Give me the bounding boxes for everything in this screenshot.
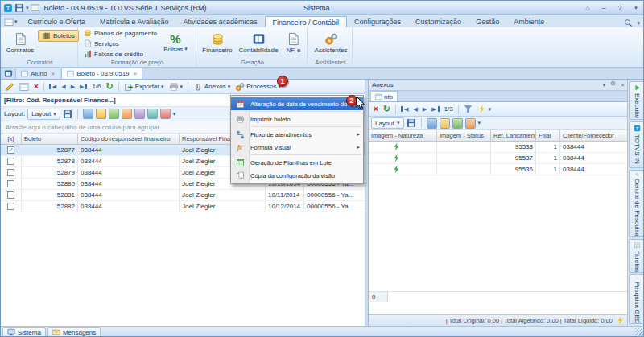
menu-item-geracao-planilhas[interactable]: Geração de Planilhas em Lote bbox=[231, 156, 363, 169]
app-menu-button[interactable]: ▾ bbox=[1, 17, 21, 27]
column-header-imagem-natureza[interactable]: Imagem - Natureza bbox=[369, 130, 437, 141]
ribbon-tab-matricula[interactable]: Matrícula e Avaliação bbox=[93, 16, 175, 27]
processos-button[interactable]: Processos ▾ bbox=[233, 80, 283, 93]
previous-record-button[interactable]: ◀ bbox=[59, 80, 68, 93]
column-header-ref-lancamento[interactable]: Ref. Lançamento bbox=[491, 130, 536, 141]
sistema-menu[interactable]: Sistema bbox=[297, 1, 336, 15]
totals-lightning-icon[interactable] bbox=[616, 316, 625, 325]
status-tab-sistema[interactable]: Sistema bbox=[2, 327, 46, 337]
row-checkbox[interactable] bbox=[7, 180, 14, 187]
qat-caret-icon[interactable]: ▾ bbox=[26, 5, 29, 11]
contratos-button[interactable]: Contratos bbox=[4, 28, 36, 58]
pin-icon[interactable] bbox=[609, 80, 617, 89]
financeiro-button[interactable]: Financeiro bbox=[200, 28, 235, 58]
table-row[interactable]: 95537 1 038444 bbox=[369, 153, 628, 164]
view-style-button[interactable] bbox=[109, 109, 119, 119]
minimize-icon[interactable]: – bbox=[598, 4, 609, 12]
contabilidade-button[interactable]: Contabilidade bbox=[237, 28, 280, 58]
ribbon-search-icon[interactable] bbox=[624, 18, 633, 27]
table-row[interactable]: 95536 1 038444 bbox=[369, 164, 628, 175]
last-record-button[interactable]: ▶ bbox=[77, 80, 89, 93]
view-style-button[interactable] bbox=[427, 118, 437, 129]
column-header-imagem-status[interactable]: Imagem - Status bbox=[437, 130, 491, 141]
table-row[interactable]: 52881 038444 Joel Ziegler 10/11/2014 000… bbox=[1, 190, 365, 201]
menu-item-formula-visual[interactable]: fx Fórmula Visual ▸ bbox=[231, 141, 363, 154]
print-button[interactable]: ▾ bbox=[167, 80, 186, 93]
exportar-button[interactable]: Exportar ▾ bbox=[122, 80, 167, 93]
panel-filter-button[interactable] bbox=[461, 103, 475, 116]
dock-tab-pesquisa-ged[interactable]: Pesquisa GED bbox=[629, 274, 644, 324]
panel-close-icon[interactable]: × bbox=[621, 81, 625, 88]
open-form-button[interactable] bbox=[17, 80, 31, 93]
panel-caret-icon[interactable]: ▾ bbox=[603, 82, 606, 88]
delete-button[interactable]: × bbox=[31, 80, 41, 93]
ribbon-tab-customizacao[interactable]: Customização bbox=[408, 16, 469, 27]
column-header-check[interactable]: [x] bbox=[1, 134, 22, 144]
panel-previous-record-button[interactable]: ◀ bbox=[411, 103, 419, 116]
doc-tab-close-icon[interactable]: × bbox=[51, 70, 55, 77]
edit-button[interactable] bbox=[2, 80, 17, 93]
menu-item-alteracao-vencimento[interactable]: Alteração de data de vencimento do bolet… bbox=[231, 97, 363, 110]
ribbon-tab-atividades[interactable]: Atividades acadêmicas bbox=[175, 16, 264, 27]
ribbon-tab-financeiro[interactable]: Financeiro / Contábil bbox=[265, 16, 348, 27]
menu-item-copia-configuracao[interactable]: Cópia da configuração da visão bbox=[231, 169, 363, 182]
refresh-button[interactable]: ↻ bbox=[104, 80, 116, 93]
home-icon[interactable]: ⌂ bbox=[582, 4, 593, 12]
row-checkbox[interactable]: ✓ bbox=[7, 146, 14, 154]
panel-refresh-button[interactable]: ↻ bbox=[381, 103, 393, 116]
view-style-button[interactable] bbox=[122, 109, 132, 119]
row-checkbox[interactable] bbox=[7, 203, 14, 210]
view-style-button[interactable] bbox=[160, 109, 171, 119]
save-layout-icon[interactable] bbox=[407, 118, 416, 128]
next-record-button[interactable]: ▶ bbox=[68, 80, 77, 93]
panel-process-button[interactable] bbox=[475, 103, 489, 116]
views-caret-icon[interactable]: ▾ bbox=[173, 111, 176, 117]
totvs-logo-icon[interactable] bbox=[3, 3, 13, 13]
planos-pagamento-button[interactable]: Planos de pagamento bbox=[80, 28, 160, 38]
ribbon-tab-curriculo[interactable]: Currículo e Oferta bbox=[21, 16, 93, 27]
column-header-codigo[interactable]: Código do responsável financeiro bbox=[78, 134, 180, 144]
column-header-boleto[interactable]: Boleto bbox=[22, 134, 78, 144]
dock-tab-tarefas[interactable]: Tarefas bbox=[629, 239, 644, 273]
layout-dropdown[interactable]: Layout▾ bbox=[27, 109, 60, 120]
assistentes-button[interactable]: Assistentes bbox=[311, 28, 351, 58]
row-checkbox[interactable] bbox=[7, 158, 14, 165]
panel-delete-button[interactable]: × bbox=[371, 103, 381, 116]
dock-tab-totvs[interactable]: TOTVS IN bbox=[629, 121, 644, 168]
boletos-button[interactable]: Boletos bbox=[38, 30, 79, 42]
view-style-button[interactable] bbox=[452, 118, 463, 129]
faixas-credito-button[interactable]: Faixas de crédito bbox=[80, 49, 147, 59]
save-layout-icon[interactable] bbox=[63, 109, 72, 119]
view-style-button[interactable] bbox=[147, 109, 158, 119]
table-row[interactable]: 52882 038444 Joel Ziegler 10/12/2014 000… bbox=[1, 201, 365, 212]
views-caret-icon[interactable]: ▾ bbox=[478, 120, 481, 126]
doc-tab-close-icon[interactable]: × bbox=[134, 70, 138, 77]
save-icon[interactable] bbox=[14, 3, 24, 13]
menu-item-imprimir-boleto[interactable]: Imprimir boleto bbox=[231, 113, 363, 125]
panel-tools-caret-icon[interactable]: ▾ bbox=[489, 106, 492, 113]
title-caret-icon[interactable]: ▾ bbox=[630, 5, 642, 11]
view-style-button[interactable] bbox=[96, 109, 106, 119]
nfe-button[interactable]: NF-e bbox=[281, 28, 306, 58]
row-checkbox[interactable] bbox=[7, 169, 14, 176]
panel-last-record-button[interactable]: ▶ bbox=[429, 103, 441, 116]
panel-next-record-button[interactable]: ▶ bbox=[420, 103, 429, 116]
dock-tab-central-pesquisa[interactable]: Central de Pesquisa bbox=[629, 170, 644, 237]
help-icon[interactable]: ? bbox=[614, 4, 625, 12]
tab-lancamento[interactable]: nto bbox=[370, 91, 398, 101]
row-checkbox[interactable] bbox=[7, 191, 14, 199]
view-style-button[interactable] bbox=[134, 109, 145, 119]
menu-item-fluxo-atendimentos[interactable]: Fluxo de atendimentos ▸ bbox=[231, 128, 363, 141]
panel-layout-dropdown[interactable]: Layout▾ bbox=[371, 117, 404, 129]
panel-first-record-button[interactable]: ◀ bbox=[398, 103, 411, 116]
bolsas-button[interactable]: % Bolsas▾ bbox=[158, 28, 193, 58]
resize-grip[interactable] bbox=[635, 328, 643, 336]
status-tab-mensagens[interactable]: Mensagens bbox=[47, 327, 101, 337]
view-style-button[interactable] bbox=[440, 118, 450, 129]
ribbon-collapse-icon[interactable]: ▾ bbox=[637, 20, 640, 27]
view-style-button[interactable] bbox=[465, 118, 476, 129]
ribbon-tab-configuracoes[interactable]: Configurações bbox=[347, 16, 408, 27]
dock-tab-executar[interactable]: Executar bbox=[629, 81, 644, 120]
doc-tab-boleto[interactable]: Boleto - 03.9.0519 × bbox=[61, 68, 142, 79]
doc-tab-aluno[interactable]: Aluno × bbox=[15, 68, 60, 79]
